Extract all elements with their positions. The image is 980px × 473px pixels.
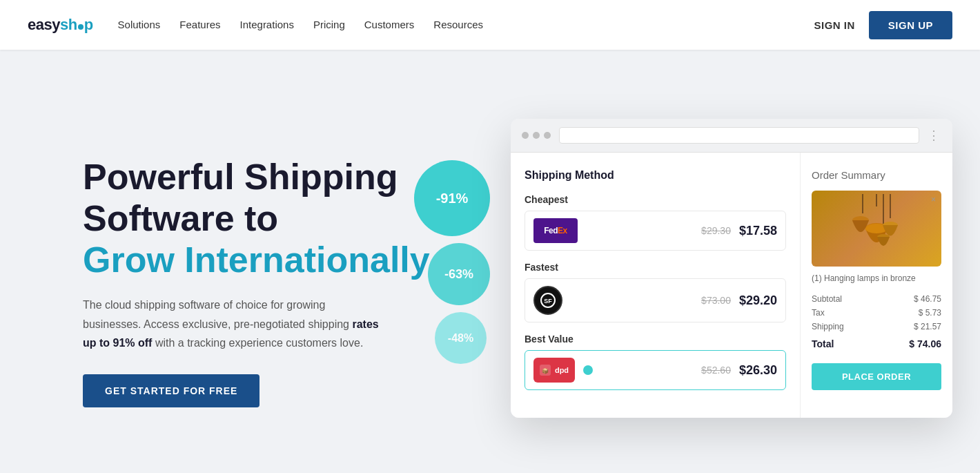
- browser-dot-3: [544, 132, 551, 139]
- shipping-panel-title: Shipping Method: [525, 169, 786, 182]
- sign-in-link[interactable]: SIGN IN: [814, 19, 854, 31]
- shipping-panel: Shipping Method Cheapest FedEx $29.30 $1…: [511, 153, 801, 418]
- fedex-price-old: $29.30: [701, 225, 731, 236]
- summary-row-shipping: Shipping $ 21.57: [812, 322, 941, 331]
- dpd-radio[interactable]: [583, 365, 593, 375]
- tax-label: Tax: [812, 308, 825, 318]
- product-close-icon[interactable]: ×: [931, 195, 936, 204]
- summary-row-total: Total $ 74.06: [812, 336, 941, 349]
- browser-url-bar: [559, 127, 919, 144]
- subtotal-label: Subtotal: [812, 294, 842, 304]
- browser-dots: [522, 132, 551, 139]
- option-label-cheapest: Cheapest: [525, 194, 786, 205]
- hero-text: Powerful Shipping Software to Grow Inter…: [83, 157, 430, 407]
- option-label-fastest: Fastest: [525, 262, 786, 273]
- option-row-best-value[interactable]: 📦 dpd $52.60 $26.30: [525, 350, 786, 390]
- shipping-option-fastest: Fastest SF $73.00 $29.20: [525, 262, 786, 322]
- browser-bar: ⋮: [511, 119, 952, 153]
- sf-price-old: $73.00: [701, 295, 731, 306]
- bubble-63: -63%: [428, 243, 490, 305]
- discount-bubbles: -91% -63% -48%: [386, 160, 525, 473]
- browser-dot-1: [522, 132, 529, 139]
- subtotal-value: $ 46.75: [914, 294, 941, 304]
- nav-item-solutions[interactable]: Solutions: [118, 19, 161, 31]
- order-summary-rows: Subtotal $ 46.75 Tax $ 5.73 Shipping $ 2…: [812, 294, 941, 349]
- sign-up-button[interactable]: SIGN UP: [869, 11, 952, 39]
- browser-mockup: ⋮ Shipping Method Cheapest FedEx $29.30 …: [511, 119, 952, 418]
- shipping-label: Shipping: [812, 322, 844, 331]
- option-row-cheapest[interactable]: FedEx $29.30 $17.58: [525, 211, 786, 251]
- hero-section: Powerful Shipping Software to Grow Inter…: [0, 50, 980, 473]
- nav-item-resources[interactable]: Resources: [433, 19, 483, 31]
- browser-dot-2: [533, 132, 540, 139]
- svg-text:SF: SF: [544, 298, 552, 305]
- dpd-logo: 📦 dpd: [533, 358, 575, 383]
- bubble-48: -48%: [435, 312, 487, 364]
- nav-item-integrations[interactable]: Integrations: [240, 19, 294, 31]
- fedex-price-new: $17.58: [739, 224, 777, 238]
- browser-content: Shipping Method Cheapest FedEx $29.30 $1…: [511, 153, 952, 418]
- hero-subtitle: The cloud shipping software of choice fo…: [83, 296, 386, 352]
- total-label: Total: [812, 338, 834, 349]
- summary-row-tax: Tax $ 5.73: [812, 308, 941, 318]
- fedex-logo: FedEx: [533, 218, 578, 243]
- summary-row-subtotal: Subtotal $ 46.75: [812, 294, 941, 304]
- logo-dot: [78, 24, 84, 30]
- option-row-fastest[interactable]: SF $73.00 $29.20: [525, 278, 786, 322]
- place-order-button[interactable]: PLACE ORDER: [812, 363, 941, 390]
- nav-right: SIGN IN SIGN UP: [814, 11, 952, 39]
- product-image: ×: [812, 191, 941, 267]
- browser-menu-icon: ⋮: [928, 128, 941, 143]
- shipping-option-cheapest: Cheapest FedEx $29.30 $17.58: [525, 194, 786, 251]
- shipping-value: $ 21.57: [914, 322, 941, 331]
- shipping-option-best-value: Best Value 📦 dpd $52.60 $26.30: [525, 334, 786, 390]
- nav-left: easyshp Solutions Features Integrations …: [28, 16, 483, 34]
- nav-links: Solutions Features Integrations Pricing …: [118, 19, 483, 31]
- tax-value: $ 5.73: [919, 308, 941, 318]
- navbar: easyshp Solutions Features Integrations …: [0, 0, 980, 50]
- sf-price-new: $29.20: [739, 293, 777, 308]
- dpd-price-old: $52.60: [701, 365, 731, 376]
- total-value: $ 74.06: [909, 338, 941, 349]
- order-summary-panel: Order Summary: [801, 153, 952, 418]
- order-summary-title: Order Summary: [812, 169, 941, 181]
- product-label: (1) Hanging lamps in bronze: [812, 273, 941, 283]
- sf-logo: SF: [533, 286, 562, 315]
- nav-item-features[interactable]: Features: [179, 19, 220, 31]
- bubble-91: -91%: [414, 160, 490, 236]
- cta-button[interactable]: GET STARTED FOR FREE: [83, 374, 259, 407]
- logo[interactable]: easyshp: [28, 16, 93, 34]
- svg-text:📦: 📦: [542, 367, 549, 374]
- option-label-best-value: Best Value: [525, 334, 786, 345]
- logo-ship: shp: [60, 16, 93, 34]
- hero-title: Powerful Shipping Software to Grow Inter…: [83, 157, 430, 280]
- dpd-price-new: $26.30: [739, 363, 777, 378]
- nav-item-customers[interactable]: Customers: [364, 19, 415, 31]
- nav-item-pricing[interactable]: Pricing: [313, 19, 345, 31]
